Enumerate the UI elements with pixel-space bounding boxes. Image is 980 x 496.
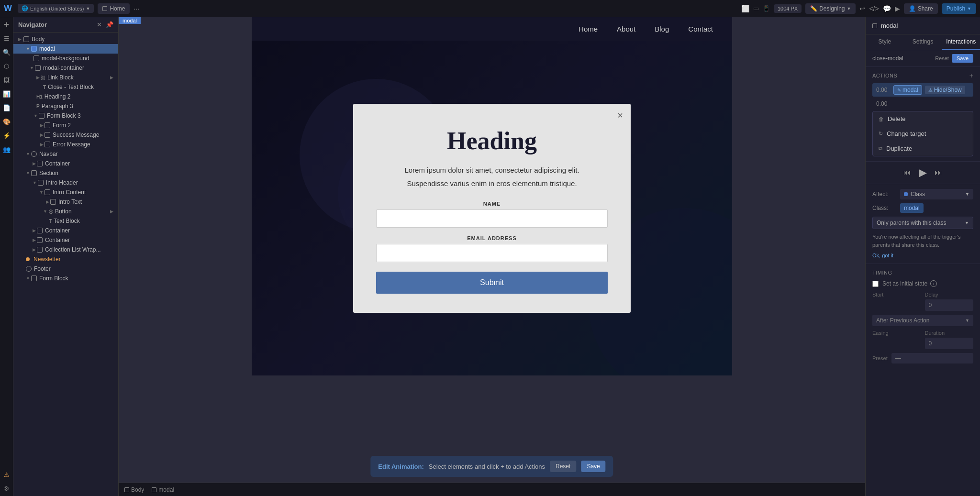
search-icon[interactable]: 🔍 bbox=[3, 49, 11, 56]
warning-icon[interactable]: ⚠ bbox=[4, 471, 10, 478]
tree-item-success-message[interactable]: ▶ Success Message bbox=[13, 130, 118, 140]
publish-button[interactable]: Publish ▼ bbox=[942, 3, 976, 14]
modal-close-button[interactable]: × bbox=[617, 110, 623, 120]
tree-item-form-block[interactable]: ▼ Form Block bbox=[13, 274, 118, 283]
tree-item-close-text-block[interactable]: T Close - Text Block bbox=[13, 82, 118, 92]
components-icon[interactable]: ⬡ bbox=[4, 63, 9, 70]
nav-link-contact[interactable]: Contact bbox=[688, 25, 713, 33]
preset-value[interactable]: — bbox=[891, 353, 973, 364]
tree-item-newsletter-label: Newsletter bbox=[33, 256, 61, 263]
more-options-icon[interactable]: ··· bbox=[134, 5, 139, 12]
tree-item-section[interactable]: ▼ Section bbox=[13, 168, 118, 178]
site-language-selector[interactable]: 🌐 English (United States) ▼ bbox=[18, 4, 94, 13]
affect-value-selector[interactable]: Class ▼ bbox=[900, 189, 973, 199]
nav-link-home[interactable]: Home bbox=[579, 25, 598, 33]
nav-link-blog[interactable]: Blog bbox=[655, 25, 669, 33]
actions-section: Actions + 0.00 ✎ modal ⚠ Hide/Show 0.00 bbox=[866, 67, 980, 162]
cms-icon[interactable]: 📊 bbox=[3, 90, 11, 98]
footer-modal-item[interactable]: modal bbox=[152, 486, 174, 493]
nav-link-about[interactable]: About bbox=[617, 25, 635, 33]
tree-item-modal[interactable]: ▼ modal bbox=[13, 44, 118, 54]
footer-body-item[interactable]: Body bbox=[124, 486, 144, 493]
undo-icon[interactable]: ↩ bbox=[859, 5, 865, 12]
dropdown-item-duplicate[interactable]: ⧉ Duplicate bbox=[873, 141, 973, 156]
pages-icon[interactable]: 📄 bbox=[3, 104, 11, 111]
animation-save-button[interactable]: Save bbox=[581, 461, 605, 472]
start-value-row[interactable]: After Previous Action ▼ bbox=[872, 315, 973, 326]
tree-item-modal-background[interactable]: modal-background bbox=[13, 54, 118, 63]
tree-item-error-message[interactable]: ▶ Error Message bbox=[13, 140, 118, 149]
assets-icon[interactable]: 🖼 bbox=[3, 77, 10, 84]
tree-item-text-block[interactable]: T Text Block bbox=[13, 216, 118, 226]
interaction-save-button[interactable]: Save bbox=[952, 54, 973, 63]
users-icon[interactable]: 👥 bbox=[3, 146, 11, 153]
close-navigator-icon[interactable]: ✕ bbox=[97, 21, 102, 28]
device-phone-icon[interactable]: 📱 bbox=[763, 5, 770, 12]
tree-item-link-block[interactable]: ▶ ⛓ Link Block ▶ bbox=[13, 73, 118, 82]
playback-play-icon[interactable]: ▶ bbox=[919, 166, 927, 179]
code-icon[interactable]: </> bbox=[869, 5, 879, 12]
share-button[interactable]: 👤 Share bbox=[904, 3, 938, 14]
tree-item-intro-text[interactable]: ▶ Intro Text bbox=[13, 197, 118, 207]
dropdown-item-change-target[interactable]: ↻ Change target bbox=[873, 126, 973, 141]
delay-value[interactable]: 0 bbox=[925, 299, 974, 311]
tab-style[interactable]: Style bbox=[866, 34, 904, 50]
tree-item-footer-label: Footer bbox=[34, 265, 51, 272]
logic-icon[interactable]: ⚡ bbox=[3, 132, 11, 139]
playback-skip-back-icon[interactable]: ⏮ bbox=[903, 168, 911, 177]
tree-item-navbar[interactable]: ▼ Navbar bbox=[13, 149, 118, 159]
tree-item-form-2[interactable]: ▶ Form 2 bbox=[13, 121, 118, 130]
add-action-icon[interactable]: + bbox=[969, 72, 973, 79]
parents-dropdown[interactable]: Only parents with this class ▼ bbox=[872, 217, 973, 229]
designing-mode-selector[interactable]: ✏️ Designing ▼ bbox=[805, 3, 856, 14]
styles-icon[interactable]: 🎨 bbox=[3, 118, 11, 125]
tree-item-collection-list[interactable]: ▶ Collection List Wrap... bbox=[13, 245, 118, 254]
tree-item-body[interactable]: ▶ Body bbox=[13, 34, 118, 44]
tree-item-heading-2[interactable]: H1 Heading 2 bbox=[13, 92, 118, 101]
navigator-icon[interactable]: ☰ bbox=[4, 35, 10, 42]
tree-item-container-1[interactable]: ▶ Container bbox=[13, 159, 118, 168]
ok-got-it-link[interactable]: Ok, got it bbox=[872, 253, 893, 258]
class-chip[interactable]: modal bbox=[900, 203, 924, 213]
action-target-chip[interactable]: ✎ modal bbox=[893, 85, 922, 95]
action-row-1[interactable]: 0.00 ✎ modal ⚠ Hide/Show bbox=[872, 83, 973, 97]
tree-item-modal-container[interactable]: ▼ modal-container bbox=[13, 63, 118, 73]
tab-settings[interactable]: Settings bbox=[904, 34, 942, 50]
modal-submit-button[interactable]: Submit bbox=[376, 272, 608, 294]
tree-item-container-2[interactable]: ▶ Container bbox=[13, 226, 118, 235]
comment-icon[interactable]: 💬 bbox=[883, 5, 891, 12]
tree-item-paragraph-3[interactable]: P Paragraph 3 bbox=[13, 101, 118, 111]
canvas-navbar: Home About Blog Contact bbox=[252, 17, 732, 41]
device-tablet-icon[interactable]: ▭ bbox=[753, 5, 759, 12]
add-element-icon[interactable]: ✚ bbox=[4, 21, 9, 28]
home-tab[interactable]: Home bbox=[98, 3, 130, 14]
tab-interactions[interactable]: Interactions bbox=[942, 34, 980, 50]
modal-name-input[interactable] bbox=[376, 209, 608, 228]
edit-animation-bar: Edit Animation: Select elements and clic… bbox=[370, 456, 613, 477]
modal-email-input[interactable] bbox=[376, 244, 608, 262]
play-preview-icon[interactable]: ▶ bbox=[895, 5, 900, 12]
delay-header: Delay bbox=[925, 292, 974, 298]
tree-item-intro-header[interactable]: ▼ Intro Header bbox=[13, 178, 118, 187]
tree-item-modal-container-label: modal-container bbox=[43, 65, 84, 71]
pin-navigator-icon[interactable]: 📌 bbox=[106, 21, 113, 28]
tree-item-footer[interactable]: Footer bbox=[13, 264, 118, 274]
duration-value[interactable]: 0 bbox=[925, 338, 974, 349]
edit-animation-label: Edit Animation: bbox=[378, 463, 424, 470]
tree-item-intro-content[interactable]: ▼ Intro Content bbox=[13, 187, 118, 197]
tree-item-container-3-label: Container bbox=[45, 237, 70, 243]
tree-item-form-block-3[interactable]: ▼ Form Block 3 bbox=[13, 111, 118, 121]
settings-icon[interactable]: ⚙ bbox=[4, 485, 10, 492]
action-type-chip[interactable]: ⚠ Hide/Show bbox=[925, 86, 965, 94]
device-desktop-icon[interactable]: ⬜ bbox=[741, 5, 749, 12]
playback-skip-forward-icon[interactable]: ⏭ bbox=[935, 168, 942, 177]
tree-item-newsletter[interactable]: Newsletter bbox=[13, 254, 118, 264]
modal-overlay[interactable]: × Heading Lorem ipsum dolor sit amet, co… bbox=[252, 41, 732, 375]
interaction-reset-button[interactable]: Reset bbox=[935, 55, 949, 61]
tree-item-container-3[interactable]: ▶ Container bbox=[13, 235, 118, 245]
dropdown-item-delete[interactable]: 🗑 Delete bbox=[873, 111, 973, 126]
animation-reset-button[interactable]: Reset bbox=[550, 461, 576, 472]
tree-item-button[interactable]: ▼ ⛓ Button ▶ bbox=[13, 207, 118, 216]
set-initial-state-checkbox[interactable] bbox=[872, 281, 879, 287]
tree-item-text-block-label: Text Block bbox=[54, 218, 80, 224]
